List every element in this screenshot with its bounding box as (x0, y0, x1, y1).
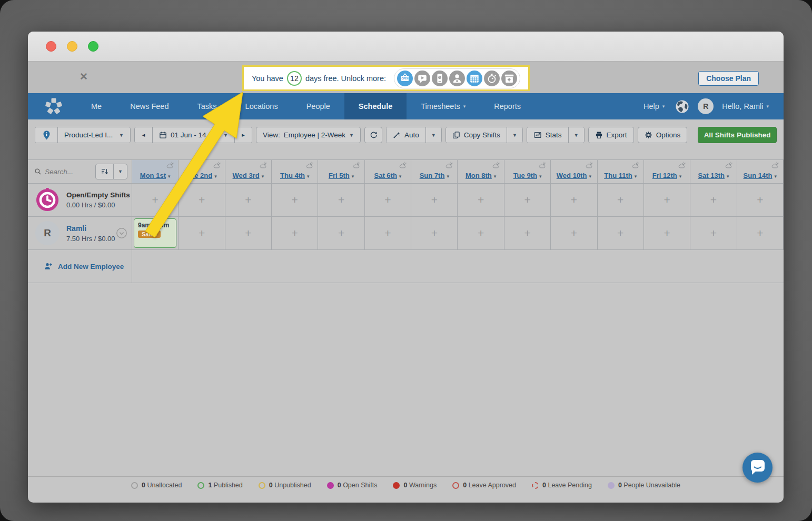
stats-button[interactable]: Stats (527, 127, 568, 143)
schedule-cell[interactable]: + (179, 217, 225, 250)
schedule-cell[interactable]: + (132, 184, 179, 217)
legend-published: 1 Published (197, 482, 242, 489)
dismiss-banner-icon[interactable]: ✕ (80, 71, 88, 83)
schedule-cell[interactable]: + (179, 184, 225, 217)
schedule-cell[interactable]: + (690, 184, 737, 217)
shift-time: 9am - 5pm (138, 222, 169, 229)
schedule-cell[interactable]: + (458, 217, 504, 250)
nav-item-me[interactable]: Me (77, 93, 116, 119)
choose-plan-button[interactable]: Choose Plan (698, 71, 759, 86)
copy-shifts-dropdown[interactable]: ▼ (507, 127, 522, 143)
schedule-cell[interactable]: + (504, 217, 551, 250)
schedule-cell[interactable]: + (272, 184, 318, 217)
schedule-cell[interactable]: + (504, 184, 551, 217)
schedule-cell[interactable]: + (598, 184, 644, 217)
calendar-icon (159, 131, 167, 139)
day-column-sat-13th[interactable]: Sat 13th ▾ (690, 160, 737, 184)
time-clock-icon[interactable] (484, 71, 500, 86)
employee-icon[interactable] (449, 71, 465, 86)
day-column-fri-5th[interactable]: Fri 5th ▾ (318, 160, 364, 184)
schedule-cell[interactable]: + (551, 217, 597, 250)
zoom-window-button[interactable] (88, 41, 98, 52)
nav-item-news-feed[interactable]: News Feed (116, 93, 183, 119)
schedule-cell[interactable]: + (411, 217, 458, 250)
schedule-cell[interactable]: + (598, 217, 644, 250)
employee-name-link[interactable]: Ramli (66, 224, 115, 233)
schedule-cell[interactable]: + (318, 217, 364, 250)
schedule-cell[interactable]: + (225, 217, 272, 250)
day-column-thu-11th[interactable]: Thu 11th ▾ (598, 160, 644, 184)
view-selector[interactable]: View: Employee | 2-Week ▼ (256, 127, 361, 143)
schedule-cell[interactable]: + (551, 184, 597, 217)
refresh-button[interactable] (364, 127, 382, 143)
date-range-selector[interactable]: 01 Jun - 14 Jun ▼ (152, 127, 234, 143)
nav-item-people[interactable]: People (292, 93, 344, 119)
app-window: ✕ You have 12 days free. Unlock more: OP… (28, 32, 784, 503)
add-shift-plus-icon: + (384, 194, 391, 206)
location-selector[interactable]: Product-Led I... ▼ (57, 127, 130, 143)
minimize-window-button[interactable] (67, 41, 77, 52)
nav-item-reports[interactable]: Reports (480, 93, 535, 119)
copy-shifts-button[interactable]: Copy Shifts (446, 127, 507, 143)
close-window-button[interactable] (46, 41, 56, 52)
day-column-wed-3rd[interactable]: Wed 3rd ▾ (225, 160, 272, 184)
day-column-fri-12th[interactable]: Fri 12th ▾ (644, 160, 690, 184)
search-input[interactable] (45, 168, 86, 176)
video-message-icon[interactable] (414, 71, 430, 86)
schedule-cell[interactable]: + (644, 217, 690, 250)
globe-icon[interactable] (675, 99, 689, 114)
shift-box-icon[interactable] (501, 71, 517, 86)
day-column-mon-8th[interactable]: Mon 8th ▾ (458, 160, 504, 184)
schedule-cell[interactable]: + (690, 217, 737, 250)
nav-item-schedule[interactable]: Schedule (344, 93, 407, 119)
stats-dropdown[interactable]: ▼ (568, 127, 584, 143)
schedule-cell[interactable]: 9am - 5pm Sales (132, 217, 179, 250)
sort-button[interactable] (96, 164, 113, 179)
legend-dot-icon (452, 482, 459, 489)
schedule-cell[interactable]: + (411, 184, 458, 217)
schedule-cell[interactable]: + (318, 184, 364, 217)
mobile-app-icon[interactable] (432, 71, 448, 86)
day-column-sun-14th[interactable]: Sun 14th ▾ (737, 160, 784, 184)
schedule-cell[interactable]: + (737, 184, 784, 217)
export-button[interactable]: Export (588, 127, 634, 143)
user-menu[interactable]: Hello, Ramli ▾ (722, 102, 769, 111)
nav-item-tasks[interactable]: Tasks (183, 93, 231, 119)
day-column-tue-2nd[interactable]: Tue 2nd ▾ (179, 160, 225, 184)
schedule-cell[interactable]: + (737, 217, 784, 250)
day-column-wed-10th[interactable]: Wed 10th ▾ (551, 160, 597, 184)
sort-dropdown[interactable]: ▼ (113, 164, 127, 179)
day-column-thu-4th[interactable]: Thu 4th ▾ (272, 160, 318, 184)
nav-item-timesheets[interactable]: Timesheets ▾ (407, 93, 480, 119)
nav-item-help[interactable]: Help ▾ (641, 102, 667, 111)
schedule-cell[interactable]: + (365, 184, 411, 217)
schedule-cell[interactable]: + (458, 184, 504, 217)
schedule-cell[interactable]: + (644, 184, 690, 217)
schedule-calendar-icon[interactable] (467, 71, 482, 86)
schedule-cell[interactable]: + (225, 184, 272, 217)
chevron-down-circle-icon[interactable] (116, 227, 127, 241)
next-period-button[interactable]: ▸ (234, 127, 252, 143)
auto-dropdown[interactable]: ▼ (425, 127, 441, 143)
user-avatar[interactable]: R (698, 98, 714, 114)
location-pin-icon[interactable] (35, 127, 57, 143)
legend-dot-icon (259, 482, 265, 489)
schedule-cell[interactable]: + (365, 217, 411, 250)
day-column-sun-7th[interactable]: Sun 7th ▾ (411, 160, 458, 184)
options-button[interactable]: Options (638, 127, 688, 143)
auto-schedule-button[interactable]: Auto (387, 127, 425, 143)
day-column-mon-1st[interactable]: Mon 1st ▾ (132, 160, 179, 184)
weather-icon (632, 162, 640, 172)
add-new-employee-button[interactable]: Add New Employee (28, 250, 132, 283)
prev-period-button[interactable]: ◂ (135, 127, 152, 143)
chat-support-button[interactable] (742, 453, 773, 483)
day-column-tue-9th[interactable]: Tue 9th ▾ (504, 160, 551, 184)
nav-item-locations[interactable]: Locations (231, 93, 292, 119)
publish-status-button[interactable]: All Shifts Published (698, 127, 777, 143)
deputy-logo-icon[interactable] (28, 93, 77, 119)
schedule-cell[interactable]: + (272, 217, 318, 250)
shift-card[interactable]: 9am - 5pm Sales (134, 218, 176, 248)
caret-down-icon: ▾ (262, 174, 264, 179)
day-column-sat-6th[interactable]: Sat 6th ▾ (365, 160, 411, 184)
open-shifts-sign-icon[interactable]: OPEN (397, 71, 413, 86)
